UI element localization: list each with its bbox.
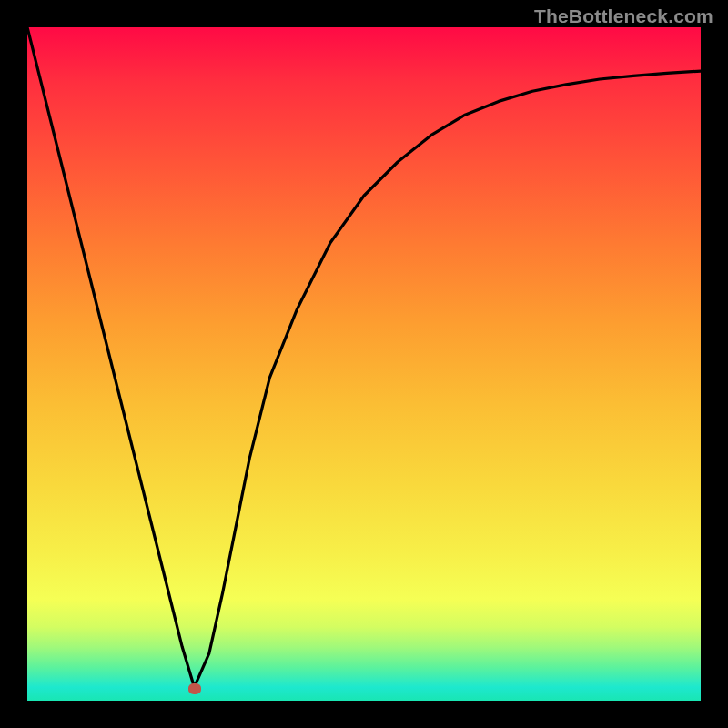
watermark-text: TheBottleneck.com [534,5,713,27]
bottleneck-curve [27,27,701,687]
chart-frame: TheBottleneck.com [0,0,728,728]
curve-svg [27,27,701,701]
optimal-marker [188,683,201,694]
plot-area [27,27,701,701]
